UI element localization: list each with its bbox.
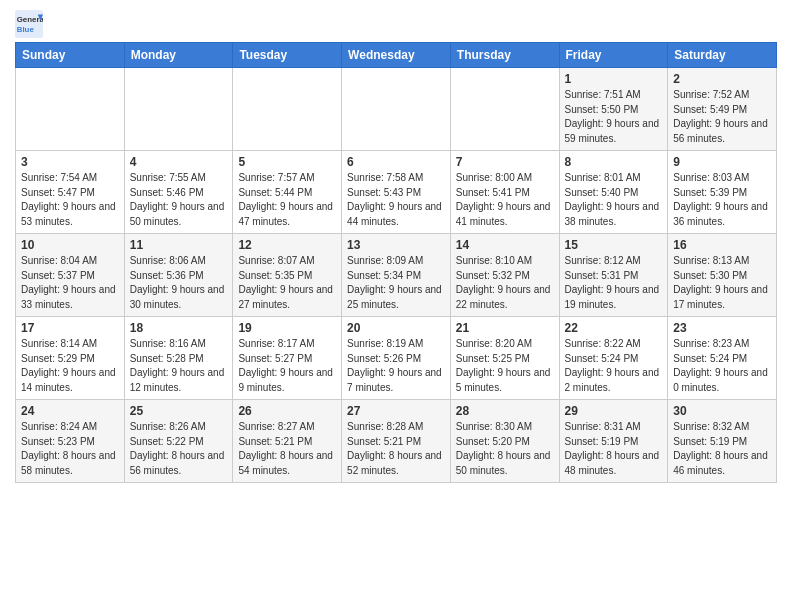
day-info: Sunrise: 8:16 AM Sunset: 5:28 PM Dayligh… — [130, 337, 228, 395]
calendar-cell — [16, 68, 125, 151]
calendar-cell: 26Sunrise: 8:27 AM Sunset: 5:21 PM Dayli… — [233, 400, 342, 483]
day-info: Sunrise: 8:01 AM Sunset: 5:40 PM Dayligh… — [565, 171, 663, 229]
day-info: Sunrise: 8:24 AM Sunset: 5:23 PM Dayligh… — [21, 420, 119, 478]
day-number: 10 — [21, 238, 119, 252]
logo: General Blue — [15, 10, 46, 38]
day-info: Sunrise: 8:26 AM Sunset: 5:22 PM Dayligh… — [130, 420, 228, 478]
calendar-cell — [342, 68, 451, 151]
calendar-cell: 22Sunrise: 8:22 AM Sunset: 5:24 PM Dayli… — [559, 317, 668, 400]
calendar-cell: 29Sunrise: 8:31 AM Sunset: 5:19 PM Dayli… — [559, 400, 668, 483]
day-info: Sunrise: 8:23 AM Sunset: 5:24 PM Dayligh… — [673, 337, 771, 395]
calendar-cell: 30Sunrise: 8:32 AM Sunset: 5:19 PM Dayli… — [668, 400, 777, 483]
day-info: Sunrise: 8:14 AM Sunset: 5:29 PM Dayligh… — [21, 337, 119, 395]
header: General Blue — [15, 10, 777, 38]
calendar-cell: 15Sunrise: 8:12 AM Sunset: 5:31 PM Dayli… — [559, 234, 668, 317]
calendar-cell: 16Sunrise: 8:13 AM Sunset: 5:30 PM Dayli… — [668, 234, 777, 317]
calendar-cell: 12Sunrise: 8:07 AM Sunset: 5:35 PM Dayli… — [233, 234, 342, 317]
day-number: 20 — [347, 321, 445, 335]
day-number: 17 — [21, 321, 119, 335]
day-number: 22 — [565, 321, 663, 335]
day-number: 7 — [456, 155, 554, 169]
day-info: Sunrise: 8:30 AM Sunset: 5:20 PM Dayligh… — [456, 420, 554, 478]
page-container: General Blue SundayMondayTuesdayWednesda… — [0, 0, 792, 493]
day-number: 6 — [347, 155, 445, 169]
calendar-week-1: 1Sunrise: 7:51 AM Sunset: 5:50 PM Daylig… — [16, 68, 777, 151]
calendar-week-5: 24Sunrise: 8:24 AM Sunset: 5:23 PM Dayli… — [16, 400, 777, 483]
calendar-cell: 25Sunrise: 8:26 AM Sunset: 5:22 PM Dayli… — [124, 400, 233, 483]
day-info: Sunrise: 8:09 AM Sunset: 5:34 PM Dayligh… — [347, 254, 445, 312]
day-info: Sunrise: 8:22 AM Sunset: 5:24 PM Dayligh… — [565, 337, 663, 395]
calendar-week-3: 10Sunrise: 8:04 AM Sunset: 5:37 PM Dayli… — [16, 234, 777, 317]
calendar-header-saturday: Saturday — [668, 43, 777, 68]
day-number: 8 — [565, 155, 663, 169]
calendar-cell: 21Sunrise: 8:20 AM Sunset: 5:25 PM Dayli… — [450, 317, 559, 400]
day-number: 19 — [238, 321, 336, 335]
day-number: 30 — [673, 404, 771, 418]
logo-icon: General Blue — [15, 10, 43, 38]
day-info: Sunrise: 8:17 AM Sunset: 5:27 PM Dayligh… — [238, 337, 336, 395]
day-info: Sunrise: 7:55 AM Sunset: 5:46 PM Dayligh… — [130, 171, 228, 229]
day-info: Sunrise: 8:07 AM Sunset: 5:35 PM Dayligh… — [238, 254, 336, 312]
calendar-cell: 5Sunrise: 7:57 AM Sunset: 5:44 PM Daylig… — [233, 151, 342, 234]
day-number: 21 — [456, 321, 554, 335]
calendar-header-thursday: Thursday — [450, 43, 559, 68]
calendar-header-wednesday: Wednesday — [342, 43, 451, 68]
day-info: Sunrise: 7:52 AM Sunset: 5:49 PM Dayligh… — [673, 88, 771, 146]
calendar-cell: 1Sunrise: 7:51 AM Sunset: 5:50 PM Daylig… — [559, 68, 668, 151]
day-number: 5 — [238, 155, 336, 169]
calendar-cell: 23Sunrise: 8:23 AM Sunset: 5:24 PM Dayli… — [668, 317, 777, 400]
calendar-cell: 17Sunrise: 8:14 AM Sunset: 5:29 PM Dayli… — [16, 317, 125, 400]
day-number: 12 — [238, 238, 336, 252]
day-info: Sunrise: 8:28 AM Sunset: 5:21 PM Dayligh… — [347, 420, 445, 478]
calendar-cell: 11Sunrise: 8:06 AM Sunset: 5:36 PM Dayli… — [124, 234, 233, 317]
day-number: 9 — [673, 155, 771, 169]
calendar-cell: 7Sunrise: 8:00 AM Sunset: 5:41 PM Daylig… — [450, 151, 559, 234]
calendar-cell: 24Sunrise: 8:24 AM Sunset: 5:23 PM Dayli… — [16, 400, 125, 483]
calendar-table: SundayMondayTuesdayWednesdayThursdayFrid… — [15, 42, 777, 483]
calendar-cell: 28Sunrise: 8:30 AM Sunset: 5:20 PM Dayli… — [450, 400, 559, 483]
day-info: Sunrise: 8:06 AM Sunset: 5:36 PM Dayligh… — [130, 254, 228, 312]
day-number: 15 — [565, 238, 663, 252]
day-number: 1 — [565, 72, 663, 86]
day-number: 18 — [130, 321, 228, 335]
calendar-cell: 13Sunrise: 8:09 AM Sunset: 5:34 PM Dayli… — [342, 234, 451, 317]
day-number: 27 — [347, 404, 445, 418]
calendar-cell: 6Sunrise: 7:58 AM Sunset: 5:43 PM Daylig… — [342, 151, 451, 234]
day-info: Sunrise: 7:58 AM Sunset: 5:43 PM Dayligh… — [347, 171, 445, 229]
calendar-cell: 27Sunrise: 8:28 AM Sunset: 5:21 PM Dayli… — [342, 400, 451, 483]
calendar-cell: 10Sunrise: 8:04 AM Sunset: 5:37 PM Dayli… — [16, 234, 125, 317]
day-number: 29 — [565, 404, 663, 418]
day-number: 23 — [673, 321, 771, 335]
day-number: 4 — [130, 155, 228, 169]
day-number: 25 — [130, 404, 228, 418]
calendar-week-4: 17Sunrise: 8:14 AM Sunset: 5:29 PM Dayli… — [16, 317, 777, 400]
day-info: Sunrise: 7:57 AM Sunset: 5:44 PM Dayligh… — [238, 171, 336, 229]
calendar-header-sunday: Sunday — [16, 43, 125, 68]
day-info: Sunrise: 8:19 AM Sunset: 5:26 PM Dayligh… — [347, 337, 445, 395]
day-info: Sunrise: 8:04 AM Sunset: 5:37 PM Dayligh… — [21, 254, 119, 312]
day-number: 11 — [130, 238, 228, 252]
calendar-cell: 14Sunrise: 8:10 AM Sunset: 5:32 PM Dayli… — [450, 234, 559, 317]
calendar-week-2: 3Sunrise: 7:54 AM Sunset: 5:47 PM Daylig… — [16, 151, 777, 234]
day-info: Sunrise: 8:31 AM Sunset: 5:19 PM Dayligh… — [565, 420, 663, 478]
svg-text:Blue: Blue — [17, 25, 35, 34]
day-info: Sunrise: 8:00 AM Sunset: 5:41 PM Dayligh… — [456, 171, 554, 229]
day-info: Sunrise: 8:32 AM Sunset: 5:19 PM Dayligh… — [673, 420, 771, 478]
day-info: Sunrise: 8:20 AM Sunset: 5:25 PM Dayligh… — [456, 337, 554, 395]
day-number: 3 — [21, 155, 119, 169]
day-info: Sunrise: 7:54 AM Sunset: 5:47 PM Dayligh… — [21, 171, 119, 229]
calendar-header-row: SundayMondayTuesdayWednesdayThursdayFrid… — [16, 43, 777, 68]
calendar-cell: 2Sunrise: 7:52 AM Sunset: 5:49 PM Daylig… — [668, 68, 777, 151]
day-info: Sunrise: 8:03 AM Sunset: 5:39 PM Dayligh… — [673, 171, 771, 229]
day-number: 13 — [347, 238, 445, 252]
day-number: 28 — [456, 404, 554, 418]
day-number: 2 — [673, 72, 771, 86]
day-number: 16 — [673, 238, 771, 252]
calendar-cell: 18Sunrise: 8:16 AM Sunset: 5:28 PM Dayli… — [124, 317, 233, 400]
calendar-cell — [233, 68, 342, 151]
day-info: Sunrise: 7:51 AM Sunset: 5:50 PM Dayligh… — [565, 88, 663, 146]
calendar-cell: 3Sunrise: 7:54 AM Sunset: 5:47 PM Daylig… — [16, 151, 125, 234]
day-info: Sunrise: 8:12 AM Sunset: 5:31 PM Dayligh… — [565, 254, 663, 312]
day-number: 14 — [456, 238, 554, 252]
day-number: 26 — [238, 404, 336, 418]
